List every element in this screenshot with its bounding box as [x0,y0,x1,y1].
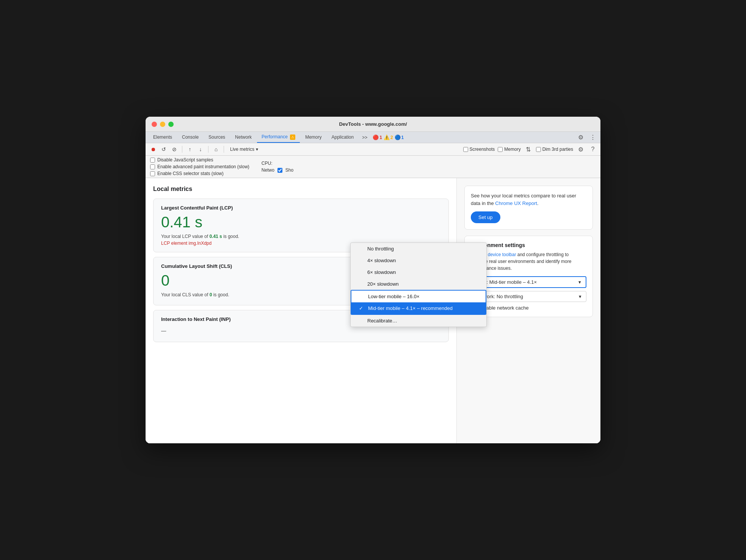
enable-css-check[interactable]: Enable CSS selector stats (slow) [150,171,249,176]
show-network-checkbox[interactable] [277,168,282,173]
toolbar-separator-2 [208,146,208,153]
chevron-down-icon: ▾ [256,147,258,152]
enable-paint-checkbox[interactable] [150,164,155,169]
disable-js-checkbox[interactable] [150,158,155,163]
download-button[interactable]: ↓ [196,145,205,154]
titlebar: DevTools - www.google.com/ [146,117,600,132]
throttle-icon[interactable]: ⇅ [524,145,533,154]
tab-application[interactable]: Application [327,132,359,143]
dropdown-item-no-throttling[interactable]: No throttling [351,243,486,255]
tab-more[interactable]: >> [359,133,370,142]
ux-report-card: See how your local metrics compare to re… [464,186,593,230]
toolbar-separator-1 [182,146,182,153]
enable-css-checkbox[interactable] [150,171,155,176]
devtools-window: DevTools - www.google.com/ Elements Cons… [146,117,600,443]
minimize-button[interactable] [160,122,165,127]
toolbar-separator-3 [224,146,224,153]
refresh-button[interactable]: ↺ [159,145,168,154]
dropdown-item-mid-tier[interactable]: ✓ Mid-tier mobile – 4.1× – recommended [351,302,486,314]
dropdown-item-recalibrate[interactable]: Recalibrate… [351,315,486,327]
memory-checkbox[interactable]: Memory [498,147,520,152]
screenshots-checkbox[interactable]: Screenshots [463,147,495,152]
help-icon[interactable]: ? [588,145,597,154]
maximize-button[interactable] [168,122,174,127]
dim-3rd-parties-checkbox-input[interactable] [536,147,541,152]
tab-memory[interactable]: Memory [301,132,326,143]
devtools-tabs: Elements Console Sources Network Perform… [146,132,600,143]
disable-cache-row: Disable network cache [471,305,586,311]
network-select[interactable]: Network: No throttling ▾ [471,291,586,302]
home-button[interactable]: ⌂ [212,145,221,154]
env-settings-desc: Use the device toolbar and configure thr… [471,251,586,272]
dropdown-border-group: Low-tier mobile – 16.0× ✓ Mid-tier mobil… [351,290,486,315]
close-button[interactable] [152,122,157,127]
cpu-dropdown-overlay: No throttling 4× slowdown 6× slowdown 20… [350,242,487,327]
cpu-select[interactable]: CPU: Mid-tier mobile – 4.1× ▾ [471,276,586,288]
tab-performance[interactable]: Performance ⚠ [257,132,300,143]
settings-row: Disable JavaScript samples Enable advanc… [146,156,600,178]
cpu-row: CPU: [262,161,293,166]
network-select-chevron-icon: ▾ [579,294,581,299]
settings-icon[interactable]: ⚙ [576,133,585,142]
tab-sources[interactable]: Sources [204,132,230,143]
dropdown-item-20x[interactable]: 20× slowdown [351,278,486,290]
warning-icon: ⚠️ [384,135,390,140]
chrome-ux-report-link[interactable]: Chrome UX Report [495,200,537,206]
local-metrics-title: Local metrics [153,186,449,192]
settings-left: Disable JavaScript samples Enable advanc… [150,157,249,176]
dropdown-item-6x[interactable]: 6× slowdown [351,266,486,278]
record-button[interactable]: ⏺ [149,145,158,154]
cpu-select-chevron-icon: ▾ [578,279,581,285]
dropdown-item-4x[interactable]: 4× slowdown [351,255,486,266]
lcp-desc: Your local LCP value of 0.41 s is good. [161,234,441,239]
enable-paint-check[interactable]: Enable advanced paint instrumentation (s… [150,164,249,169]
memory-checkbox-input[interactable] [498,147,503,152]
settings-right: CPU: Netwo Sho [262,161,293,173]
network-row: Netwo Sho [262,167,293,173]
info-icon: 🔵 [395,135,401,140]
lcp-value: 0.41 s [161,214,441,231]
upload-button[interactable]: ↑ [185,145,194,154]
setup-button[interactable]: Set up [471,211,500,223]
env-settings-title: Environment settings [471,242,586,248]
dropdown-item-low-tier[interactable]: Low-tier mobile – 16.0× [351,291,486,302]
ux-report-text: See how your local metrics compare to re… [471,192,586,207]
toolbar: ⏺ ↺ ⊘ ↑ ↓ ⌂ Live metrics ▾ Screenshots M… [146,143,600,156]
tab-console[interactable]: Console [177,132,203,143]
tab-network[interactable]: Network [230,132,256,143]
clear-button[interactable]: ⊘ [170,145,179,154]
live-metrics-dropdown[interactable]: Live metrics ▾ [227,146,261,153]
performance-warning-badge: ⚠ [290,135,295,140]
screenshots-checkbox-input[interactable] [463,147,468,152]
traffic-lights [152,122,174,127]
settings-gear-icon[interactable]: ⚙ [576,145,585,154]
cpu-dropdown-menu: No throttling 4× slowdown 6× slowdown 20… [350,242,487,327]
lcp-name: Largest Contentful Paint (LCP) [161,205,441,211]
tab-elements[interactable]: Elements [149,132,177,143]
info-badge-blue: 🔵 1 [395,135,404,140]
warning-badge-yellow: ⚠️ 2 [384,135,393,140]
toolbar-right: Screenshots Memory ⇅ Dim 3rd parties ⚙ ? [463,145,597,154]
more-options-icon[interactable]: ⋮ [588,133,597,142]
disable-js-check[interactable]: Disable JavaScript samples [150,157,249,163]
dim-3rd-parties-checkbox[interactable]: Dim 3rd parties [536,147,573,152]
content-area: No throttling 4× slowdown 6× slowdown 20… [146,178,600,443]
device-toolbar-link[interactable]: device toolbar [488,252,516,257]
tab-icon-buttons: ⚙ ⋮ [576,133,597,142]
window-title: DevTools - www.google.com/ [339,121,407,127]
error-badge-red: 🔴 1 [373,135,382,140]
error-badges: 🔴 1 ⚠️ 2 🔵 1 [373,135,404,140]
error-icon: 🔴 [373,135,379,140]
